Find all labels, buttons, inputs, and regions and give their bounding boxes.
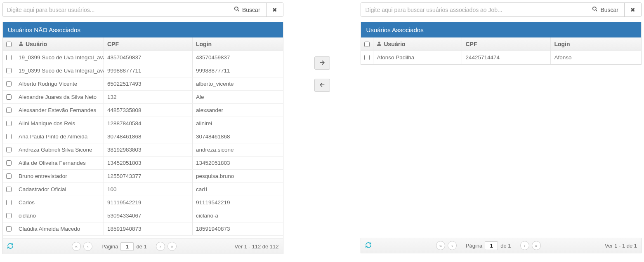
svg-line-1	[238, 10, 239, 12]
row-cpf: 99988877711	[104, 64, 193, 77]
clear-button[interactable]: ✖	[266, 3, 283, 16]
col-header-cpf: CPF	[462, 37, 551, 51]
last-page-button[interactable]: »	[167, 242, 177, 251]
row-login: 30748461868	[193, 130, 283, 143]
row-checkbox[interactable]	[6, 134, 12, 139]
unassigned-panel: Buscar ✖ Usuários NÃO Associados Usuário…	[1, 1, 285, 254]
search-button[interactable]: Buscar	[228, 3, 266, 16]
grid-title: Usuários Associados	[361, 22, 641, 37]
table-row[interactable]: Ana Paula Pinto de Almeida30748461868307…	[3, 130, 283, 143]
row-checkbox[interactable]	[6, 121, 12, 126]
table-row[interactable]: Claúdia Almeida Macedo185919408731859194…	[3, 222, 283, 236]
row-user: Cadastrador Oficial	[15, 183, 104, 196]
row-checkbox[interactable]	[364, 55, 370, 60]
transfer-column	[285, 1, 359, 92]
table-row[interactable]: Bruno entrevistador12550743377pesquisa.b…	[3, 170, 283, 183]
next-page-button[interactable]: ›	[156, 242, 165, 251]
row-checkbox[interactable]	[6, 226, 12, 232]
row-login: 43570459837	[193, 51, 283, 64]
row-cpf: 30748461868	[104, 130, 193, 143]
first-page-button[interactable]: «	[72, 242, 81, 251]
select-all-checkbox[interactable]	[364, 42, 370, 47]
row-user: Atila de Oliveira Fernandes	[15, 157, 104, 169]
svg-point-4	[593, 7, 596, 10]
row-login: ciclano-a	[193, 209, 283, 222]
row-cpf: 38192983803	[104, 143, 193, 156]
search-button[interactable]: Buscar	[586, 3, 624, 16]
table-row[interactable]: Alberto Rodrigo Vicente65022517493albert…	[3, 77, 283, 91]
row-user: Claúdia Almeida Macedo	[15, 222, 104, 235]
refresh-icon[interactable]	[365, 242, 372, 250]
page-input[interactable]	[120, 242, 134, 251]
row-cpf: 53094334067	[104, 209, 193, 222]
table-row[interactable]: ciclano53094334067ciclano-a	[3, 209, 283, 222]
prev-page-button[interactable]: ‹	[448, 241, 457, 250]
row-checkbox[interactable]	[6, 187, 12, 192]
col-header-user: Usuário	[384, 41, 405, 47]
row-cpf: 132	[104, 91, 193, 103]
row-checkbox[interactable]	[6, 147, 12, 152]
row-checkbox[interactable]	[6, 213, 12, 218]
search-input[interactable]	[361, 3, 586, 16]
table-row[interactable]: Alexsander Estevão Fernandes44857335808a…	[3, 104, 283, 117]
grid-body[interactable]: Afonso Padilha24425714474Afonso	[361, 51, 641, 64]
col-header-cpf: CPF	[104, 37, 193, 51]
row-cpf: 12550743377	[104, 170, 193, 182]
row-user: Alini Manique dos Reis	[15, 117, 104, 130]
row-checkbox[interactable]	[6, 94, 12, 100]
grid-header-row: Usuário CPF Login	[3, 37, 283, 51]
table-row[interactable]: Andreza Gabrieli Silva Sicone38192983803…	[3, 143, 283, 157]
row-login: 91119542219	[193, 196, 283, 209]
move-right-button[interactable]	[314, 56, 330, 70]
row-user: Afonso Padilha	[373, 51, 462, 64]
clear-button[interactable]: ✖	[624, 3, 641, 16]
svg-line-5	[596, 10, 597, 12]
row-checkbox[interactable]	[6, 200, 12, 205]
user-icon	[19, 41, 24, 47]
table-row[interactable]: 19_0399 Suco de Uva Integral_avali435704…	[3, 51, 283, 64]
row-checkbox[interactable]	[6, 81, 12, 87]
row-login: Afonso	[551, 51, 641, 64]
prev-page-button[interactable]: ‹	[83, 242, 92, 251]
unassigned-grid: Usuários NÃO Associados Usuário CPF Logi…	[2, 22, 283, 254]
row-checkbox[interactable]	[6, 160, 12, 166]
select-all-checkbox[interactable]	[6, 42, 12, 47]
row-login: 18591940873	[193, 222, 283, 235]
move-left-button[interactable]	[314, 79, 330, 92]
grid-body[interactable]: 19_0399 Suco de Uva Integral_avali435704…	[3, 51, 283, 239]
table-row[interactable]: Alini Manique dos Reis12887840584alinire…	[3, 117, 283, 130]
search-icon	[592, 6, 598, 13]
arrow-right-icon	[319, 60, 325, 67]
first-page-button[interactable]: «	[436, 241, 445, 250]
user-icon	[377, 41, 382, 47]
next-page-button[interactable]: ›	[520, 241, 529, 250]
table-row[interactable]: Afonso Padilha24425714474Afonso	[361, 51, 641, 64]
table-row[interactable]: Carlos9111954221991119542219	[3, 196, 283, 209]
row-user: ciclano	[15, 209, 104, 222]
row-cpf: 100	[104, 183, 193, 196]
row-checkbox[interactable]	[6, 173, 12, 179]
arrow-left-icon	[319, 82, 325, 89]
svg-point-0	[235, 7, 238, 10]
search-input[interactable]	[3, 3, 228, 16]
grid-header-row: Usuário CPF Login	[361, 37, 641, 51]
row-checkbox[interactable]	[6, 68, 12, 73]
search-label: Buscar	[242, 7, 260, 13]
table-row[interactable]: Cadastrador Oficial100cad1	[3, 183, 283, 196]
row-login: 13452051803	[193, 157, 283, 169]
row-user: Ana Paula Pinto de Almeida	[15, 130, 104, 143]
row-user: Carlos	[15, 196, 104, 209]
search-bar-right: Buscar ✖	[361, 2, 642, 17]
table-row[interactable]: 19_0399 Suco de Uva Integral_avali999888…	[3, 64, 283, 77]
pager-summary: Ver 1 - 1 de 1	[605, 243, 637, 249]
assigned-panel: Buscar ✖ Usuários Associados Usuário CPF…	[359, 1, 643, 253]
table-row[interactable]: Atila de Oliveira Fernandes1345205180313…	[3, 157, 283, 170]
row-checkbox[interactable]	[6, 55, 12, 60]
row-cpf: 65022517493	[104, 77, 193, 90]
row-checkbox[interactable]	[6, 108, 12, 113]
last-page-button[interactable]: »	[532, 241, 541, 250]
table-row[interactable]: Alexandre Juares da Silva Neto132Ale	[3, 91, 283, 104]
page-label: Página	[101, 243, 118, 250]
page-input[interactable]	[485, 241, 498, 250]
refresh-icon[interactable]	[7, 243, 14, 250]
